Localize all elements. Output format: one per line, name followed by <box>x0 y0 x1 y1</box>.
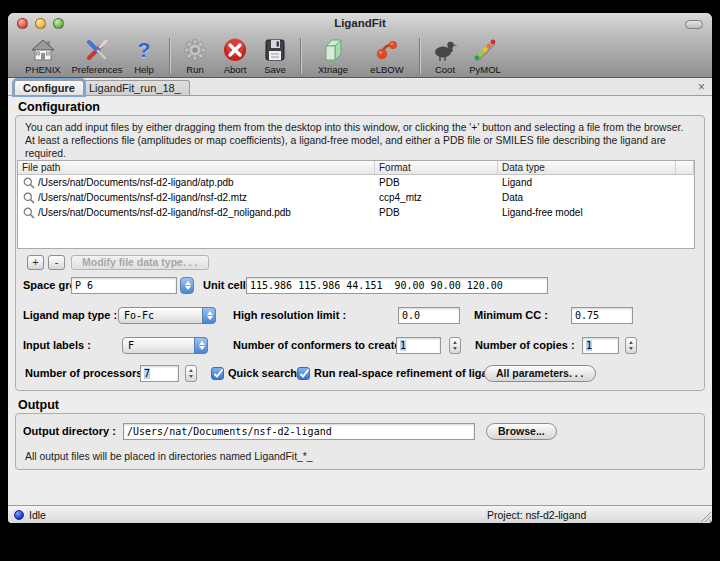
status-bar: Idle Project: nsf-d2-ligand <box>8 505 712 523</box>
unit-cell-field[interactable]: 115.986 115.986 44.151 90.00 90.00 120.0… <box>246 277 548 294</box>
output-note: All output files will be placed in direc… <box>25 451 313 462</box>
high-resolution-limit-label: High resolution limit : <box>233 309 346 321</box>
remove-file-button[interactable]: - <box>48 255 65 270</box>
magnifier-icon <box>23 192 35 204</box>
column-data-type[interactable]: Data type <box>498 161 676 174</box>
run-label: Run <box>186 64 203 75</box>
phenix-button[interactable]: PHENIX <box>16 37 70 75</box>
output-groupbox: Output directory : /Users/nat/Documents/… <box>15 413 705 470</box>
table-row[interactable]: /Users/nat/Documents/nsf-d2-ligand/atp.p… <box>18 175 694 190</box>
copies-spinner[interactable] <box>625 337 637 354</box>
tab-ligandfit-run[interactable]: LigandFit_run_18_ <box>80 80 190 95</box>
space-group-field[interactable]: P 6 <box>71 277 177 294</box>
gear-icon <box>182 37 208 63</box>
all-parameters-button[interactable]: All parameters. . . <box>484 365 596 382</box>
quick-search-checkbox[interactable] <box>211 367 224 380</box>
processors-label: Number of processors : <box>25 367 149 379</box>
toolbar-separator <box>300 38 301 74</box>
minimum-cc-label: Minimum CC : <box>474 309 548 321</box>
file-format: PDB <box>375 207 498 218</box>
combo-stepper-icon <box>194 337 208 354</box>
file-path: /Users/nat/Documents/nsf-d2-ligand/atp.p… <box>38 177 234 188</box>
browse-button[interactable]: Browse... <box>486 423 557 440</box>
space-group-stepper[interactable] <box>180 277 194 294</box>
combo-stepper-icon <box>202 307 216 324</box>
resize-grip[interactable] <box>698 509 711 522</box>
configuration-groupbox: You can add input files by either draggi… <box>15 115 705 391</box>
pymol-label: PyMOL <box>469 64 501 75</box>
table-row[interactable]: /Users/nat/Documents/nsf-d2-ligand/nsf-d… <box>18 205 694 220</box>
bird-icon <box>432 37 458 63</box>
configuration-heading: Configuration <box>18 100 100 114</box>
ligand-map-type-value: Fo-Fc <box>124 309 154 323</box>
magnifier-icon <box>23 177 35 189</box>
add-file-button[interactable]: + <box>27 255 44 270</box>
preferences-button[interactable]: Preferences <box>70 37 124 75</box>
instructions-text: You can add input files by either draggi… <box>25 121 694 160</box>
coot-button[interactable]: Coot <box>425 37 465 75</box>
abort-button[interactable]: Abort <box>215 37 255 75</box>
tools-icon <box>84 37 110 63</box>
status-indicator-icon <box>14 510 24 520</box>
run-button[interactable]: Run <box>175 37 215 75</box>
pymol-button[interactable]: PyMOL <box>465 37 505 75</box>
file-path: /Users/nat/Documents/nsf-d2-ligand/nsf-d… <box>38 192 247 203</box>
output-heading: Output <box>18 398 59 412</box>
modify-file-data-type-button[interactable]: Modify file data type. . . <box>71 255 209 270</box>
table-row[interactable]: /Users/nat/Documents/nsf-d2-ligand/nsf-d… <box>18 190 694 205</box>
floppy-disk-icon <box>262 37 288 63</box>
file-data-type: Data <box>498 192 676 203</box>
tab-strip: Configure LigandFit_run_18_ × <box>8 79 712 96</box>
file-format: PDB <box>375 177 498 188</box>
rsr-label: Run real-space refinement of ligand <box>314 367 501 379</box>
minimum-cc-field[interactable]: 0.75 <box>571 307 633 324</box>
magnifier-icon <box>23 207 35 219</box>
xtriage-button[interactable]: Xtriage <box>306 37 360 75</box>
conformers-spinner[interactable] <box>449 337 461 354</box>
configure-panel: Configuration You can add input files by… <box>8 97 712 505</box>
tab-configure[interactable]: Configure <box>14 80 84 95</box>
output-directory-field[interactable]: /Users/nat/Documents/nsf-d2-ligand <box>123 423 475 440</box>
conformers-value: 1 <box>400 340 406 351</box>
abort-label: Abort <box>224 64 247 75</box>
check-icon <box>299 368 310 379</box>
ligand-map-type-combo[interactable]: Fo-Fc <box>118 307 216 324</box>
file-data-type: Ligand-free model <box>498 207 676 218</box>
save-button[interactable]: Save <box>255 37 295 75</box>
molecule-icon <box>374 37 400 63</box>
input-labels-value: F <box>128 339 134 353</box>
conformers-field[interactable]: 1 <box>396 337 441 354</box>
coot-label: Coot <box>435 64 455 75</box>
file-data-type: Ligand <box>498 177 676 188</box>
stop-x-icon <box>222 37 248 63</box>
input-files-table[interactable]: File path Format Data type /Users/nat/Do… <box>17 160 695 249</box>
high-resolution-limit-field[interactable]: 0.0 <box>398 307 460 324</box>
crystal-icon <box>320 37 346 63</box>
input-labels-label: Input labels : <box>23 339 91 351</box>
processors-spinner[interactable] <box>185 365 197 382</box>
input-labels-combo[interactable]: F <box>122 337 208 354</box>
quick-search-label: Quick search <box>228 367 297 379</box>
help-label: Help <box>134 64 154 75</box>
title-bar[interactable]: LigandFit <box>8 13 712 35</box>
column-format[interactable]: Format <box>375 161 498 174</box>
ligand-map-type-label: Ligand map type : <box>23 309 117 321</box>
save-label: Save <box>264 64 286 75</box>
xtriage-label: Xtriage <box>318 64 348 75</box>
rsr-checkbox[interactable] <box>297 367 310 380</box>
home-icon <box>30 37 56 63</box>
close-tab-icon[interactable]: × <box>698 81 705 94</box>
copies-field[interactable]: 1 <box>582 337 619 354</box>
elbow-label: eLBOW <box>370 64 403 75</box>
toolbar-toggle-button[interactable] <box>685 20 703 29</box>
phenix-label: PHENIX <box>25 64 60 75</box>
help-button[interactable]: ? Help <box>124 37 164 75</box>
processors-value: 7 <box>144 368 150 379</box>
column-file-path[interactable]: File path <box>18 161 375 174</box>
pymol-spectrum-icon <box>472 37 498 63</box>
processors-field[interactable]: 7 <box>140 365 179 382</box>
elbow-button[interactable]: eLBOW <box>360 37 414 75</box>
status-text: Idle <box>29 509 46 521</box>
question-mark-icon: ? <box>131 37 157 63</box>
copies-value: 1 <box>586 340 592 351</box>
